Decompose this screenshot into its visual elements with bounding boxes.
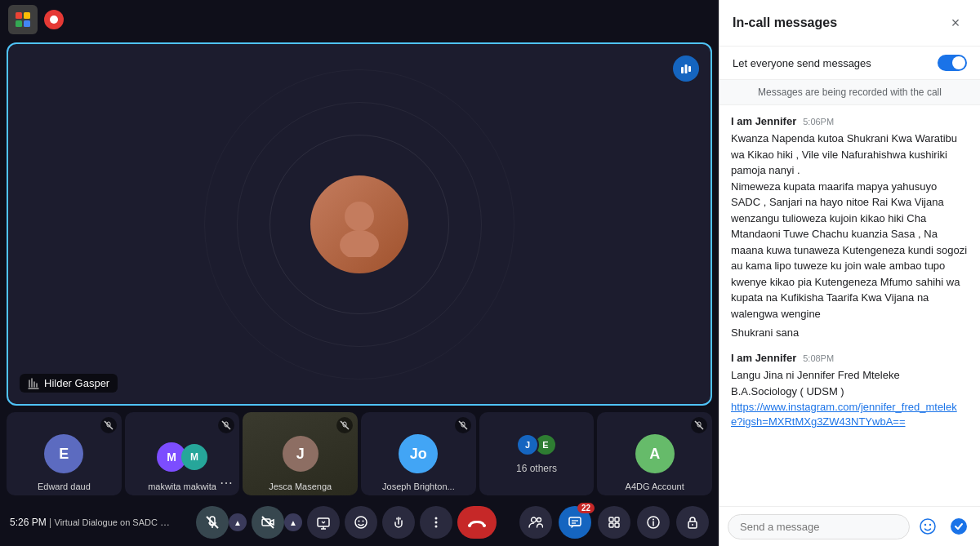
thumb-joseph[interactable]: Jo Joseph Brighton... [361,412,476,495]
svg-rect-9 [688,66,691,72]
video-group: ▲ [252,506,302,539]
svg-point-49 [920,519,935,534]
svg-rect-7 [681,67,684,73]
more-button[interactable] [420,506,452,539]
thumb-jesca[interactable]: J Jesca Masenga [243,412,358,495]
svg-rect-43 [615,523,619,527]
participants-button[interactable] [519,506,552,539]
thumb-mute-a4dg [691,417,707,433]
video-button[interactable] [252,506,284,539]
msg-sender-row-2: I am Jennifer 5:08PM [731,352,969,364]
info-button[interactable] [637,506,670,539]
controls-center: ▲ ▲ [178,506,514,539]
chat-badge: 22 [577,503,595,513]
svg-line-22 [262,517,274,528]
others-count-label: 16 others [513,463,560,474]
thumb-16-others[interactable]: J E 16 others [479,412,595,495]
thumb-makwita[interactable]: M M makwita makwita ⋯ [125,412,240,495]
recording-badge [44,10,64,29]
msg-text-1: Kwanza Napenda kutoa Shukrani Kwa Warati… [731,131,969,322]
speaker-name-tag: Hilder Gasper [20,374,118,393]
chat-toggle-row: Let everyone send messages [719,47,980,80]
svg-rect-3 [24,20,30,27]
mini-avatars-group: J E [516,433,557,456]
svg-point-29 [363,521,364,522]
svg-rect-40 [609,517,613,522]
chat-header: In-call messages × [719,0,980,47]
chat-panel: In-call messages × Let everyone send mes… [719,0,980,546]
name-joseph: Joseph Brighton... [361,482,476,491]
msg-time-2: 5:08PM [803,353,834,363]
toggle-label: Let everyone send messages [733,57,871,69]
svg-point-36 [537,518,541,522]
svg-rect-42 [609,523,613,527]
msg-time-1: 5:06PM [803,117,834,127]
name-edward: Edward daud [7,482,122,491]
chat-close-button[interactable]: × [944,11,967,34]
svg-rect-2 [16,20,22,27]
svg-rect-0 [16,12,22,19]
video-chevron[interactable]: ▲ [284,513,302,531]
chat-input-area [719,506,980,546]
thumb-mute-makwita [218,417,234,433]
recording-notice: Messages are being recorded with the cal… [719,80,980,105]
name-a4dg: A4DG Account [597,482,712,491]
avatar-joseph: Jo [399,434,438,473]
avatar-jesca: J [283,436,318,472]
svg-point-51 [929,524,931,526]
svg-point-31 [435,522,438,524]
svg-rect-24 [318,518,329,526]
svg-point-4 [50,16,58,24]
chat-panel-title: In-call messages [733,16,837,30]
svg-point-48 [692,524,693,526]
svg-rect-41 [615,517,619,522]
svg-point-50 [924,524,926,526]
svg-point-30 [435,517,438,520]
mic-chevron[interactable]: ▲ [229,513,247,531]
present-button[interactable] [307,506,340,539]
thumb-menu-makwita[interactable]: ⋯ [220,475,233,491]
svg-point-28 [359,521,360,522]
mute-button[interactable] [196,506,229,539]
send-messages-toggle[interactable] [938,55,967,71]
svg-rect-8 [685,64,688,73]
msg-sender-1: I am Jennifer [731,115,796,127]
msg-link-2[interactable]: https://www.instagram.com/jennifer_fred_… [731,401,957,428]
top-bar [0,0,719,39]
thumbnails-row: E Edward daud M M makwita makwita ⋯ [0,409,719,499]
name-jesca: Jesca Masenga [243,482,358,491]
chat-button-wrap: 22 [559,506,591,539]
raise-hand-button[interactable] [382,506,415,539]
reactions-button[interactable] [345,506,377,539]
toggle-knob [952,56,965,69]
speaker-name: Hilder Gasper [44,377,109,389]
svg-rect-1 [24,12,30,19]
right-controls: 22 [519,506,709,539]
end-call-button[interactable] [457,506,497,539]
thumb-mute-joseph [455,417,471,433]
chat-messages[interactable]: I am Jennifer 5:06PM Kwanza Napenda kuto… [719,105,980,506]
msg-sender-row-1: I am Jennifer 5:06PM [731,115,969,127]
emoji-picker-button[interactable] [915,513,941,539]
mic-group: ▲ [196,506,247,539]
lock-button[interactable] [676,506,709,539]
main-video: Hilder Gasper [7,42,712,406]
shukrani-text: Shukrani sana [731,326,969,339]
send-button[interactable] [946,513,972,539]
activities-button[interactable] [598,506,630,539]
svg-rect-37 [569,517,581,526]
time-display: 5:26 PM | Virtual Dialogue on SADC Princ… [10,517,173,528]
message-input[interactable] [728,514,910,539]
thumb-edward[interactable]: E Edward daud [7,412,122,495]
thumb-a4dg[interactable]: A A4DG Account [597,412,712,495]
svg-point-46 [653,519,654,521]
svg-point-35 [532,517,537,522]
message-group-2: I am Jennifer 5:08PM Langu Jina ni Jenni… [731,352,969,428]
thumb-mute-edward [100,417,117,433]
video-section: Hilder Gasper E Edward daud [0,0,719,546]
msg-sender-2: I am Jennifer [731,352,796,364]
ring-1 [270,135,449,314]
svg-point-32 [435,526,438,528]
svg-point-27 [355,517,367,528]
avatar-makwita-2: M [181,444,207,470]
